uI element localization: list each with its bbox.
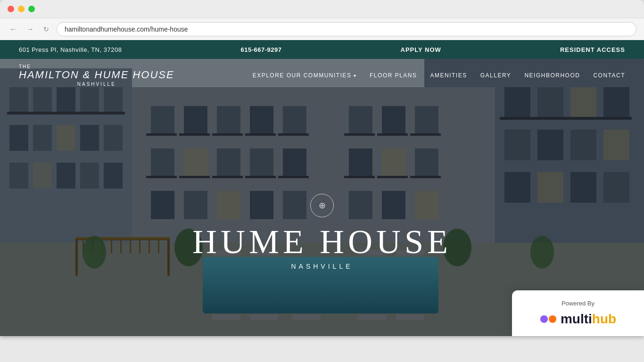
browser-window: ← → ↻: [0, 0, 644, 336]
multihub-text: multihub: [561, 312, 616, 327]
hero-emblem: ⊕: [310, 194, 334, 217]
top-bar: 601 Press Pl, Nashville, TN, 37208 615-6…: [0, 40, 644, 59]
hero-section: 601 Press Pl, Nashville, TN, 37208 615-6…: [0, 40, 644, 336]
resident-access-link[interactable]: RESIDENT ACCESS: [560, 46, 625, 53]
apply-now-link[interactable]: APPLY NOW: [401, 46, 441, 53]
close-button[interactable]: [8, 6, 14, 12]
back-button[interactable]: ←: [8, 23, 19, 35]
powered-by-label: Powered By: [526, 300, 630, 307]
svg-point-113: [540, 315, 548, 323]
website-content: 601 Press Pl, Nashville, TN, 37208 615-6…: [0, 40, 644, 336]
powered-by-widget: Powered By multihub: [512, 290, 644, 336]
hero-content: ⊕ HUME HOUSE NASHVILLE: [0, 194, 644, 270]
hero-title: HUME HOUSE: [0, 225, 644, 259]
nav-amenities[interactable]: AMENITIES: [430, 72, 467, 79]
multihub-icon: [540, 313, 557, 326]
address-text: 601 Press Pl, Nashville, TN, 37208: [19, 46, 122, 53]
main-navigation: THE HAMILTON & HUME HOUSE NASHVILLE EXPL…: [0, 59, 644, 92]
nav-contact[interactable]: CONTACT: [593, 72, 625, 79]
hero-subtitle: NASHVILLE: [0, 263, 644, 270]
phone-text[interactable]: 615-667-9297: [240, 46, 281, 53]
nav-neighborhood[interactable]: NEIGHBORHOOD: [524, 72, 580, 79]
maximize-button[interactable]: [28, 6, 35, 12]
site-logo[interactable]: THE HAMILTON & HUME HOUSE NASHVILLE: [19, 64, 174, 87]
nav-gallery[interactable]: GALLERY: [480, 72, 512, 79]
address-bar[interactable]: [57, 22, 636, 36]
forward-button[interactable]: →: [25, 23, 36, 35]
traffic-lights: [0, 6, 644, 18]
reload-button[interactable]: ↻: [41, 24, 51, 35]
logo-city-text: NASHVILLE: [19, 82, 174, 87]
svg-point-114: [549, 315, 556, 323]
nav-explore[interactable]: EXPLORE OUR COMMUNITIES ▾: [253, 72, 356, 79]
browser-toolbar: ← → ↻: [0, 18, 644, 40]
nav-links: EXPLORE OUR COMMUNITIES ▾ FLOOR PLANS AM…: [253, 72, 625, 79]
minimize-button[interactable]: [18, 6, 25, 12]
logo-main-text: HAMILTON & HUME HOUSE: [19, 69, 174, 81]
chevron-down-icon: ▾: [354, 73, 357, 78]
multihub-logo[interactable]: multihub: [526, 312, 630, 327]
nav-floor-plans[interactable]: FLOOR PLANS: [370, 72, 417, 79]
